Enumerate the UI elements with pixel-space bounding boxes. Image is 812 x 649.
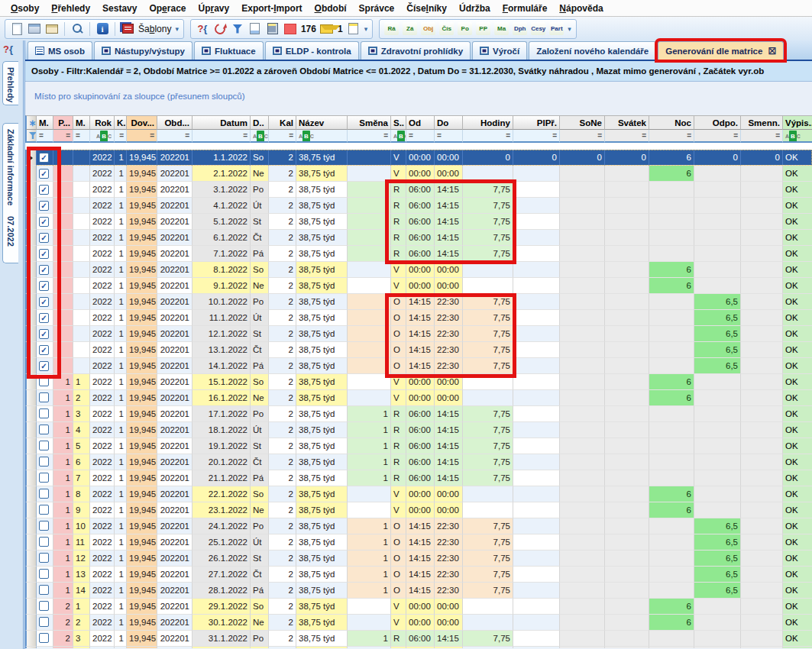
column-header-p[interactable]: P... (53, 115, 73, 130)
column-header-do[interactable]: Do (435, 115, 463, 130)
filter-cell-nazev[interactable]: ABC (296, 130, 348, 143)
cell-m[interactable]: ✓ (37, 214, 53, 230)
filter-cell-do[interactable] (435, 130, 463, 143)
cell-rowsel[interactable] (25, 438, 37, 454)
search-icon[interactable] (70, 22, 84, 36)
row-checkbox[interactable] (39, 457, 49, 467)
filter-cell-smenn[interactable] (741, 130, 783, 143)
cell-m[interactable]: ✓ (37, 150, 53, 166)
cell-m[interactable]: ✓ (37, 246, 53, 262)
filter-cell-k[interactable] (115, 130, 127, 143)
cell-rowsel[interactable] (25, 294, 37, 310)
column-header-sone[interactable]: SoNe (560, 115, 605, 130)
tab-eldp-kontrola[interactable]: ELDP - kontrola (265, 41, 359, 60)
cell-rowsel[interactable] (25, 422, 37, 438)
row-checkbox[interactable] (39, 569, 49, 579)
mail-icon[interactable] (320, 22, 334, 36)
cell-m[interactable]: ✓ (37, 342, 53, 358)
tab-ms-osob[interactable]: MS osob (27, 41, 92, 60)
table-row[interactable]: 192022119,94520220123.1.2022Ne238,75 týd… (25, 502, 812, 518)
cell-m[interactable] (37, 438, 53, 454)
row-checkbox-checked[interactable]: ✓ (39, 233, 49, 243)
cell-m[interactable]: ✓ (37, 358, 53, 374)
table-row[interactable]: 1102022119,94520220124.1.2022Po238,75 tý… (25, 518, 812, 534)
cell-rowsel[interactable] (25, 374, 37, 390)
cell-m[interactable] (37, 470, 53, 486)
sidebar-tab-zakladni-informace[interactable]: Základní informace 07.2022 (2, 123, 18, 263)
module-icon-rá[interactable]: Rá (384, 22, 399, 35)
column-header-k[interactable]: K.. (115, 115, 127, 130)
cell-rowsel[interactable] (25, 246, 37, 262)
column-header-m[interactable]: M. (37, 115, 53, 130)
column-header-rowsel[interactable]: ∗ (25, 115, 37, 130)
module-icon-čís[interactable]: Čís (439, 22, 454, 35)
cell-m[interactable]: ✓ (37, 182, 53, 198)
cell-rowsel[interactable] (25, 214, 37, 230)
cell-rowsel[interactable] (25, 326, 37, 342)
column-header-kal[interactable]: Kal (269, 115, 296, 130)
row-checkbox-checked[interactable]: ✓ (39, 201, 49, 211)
filter-cell-sone[interactable] (560, 130, 605, 143)
table-row[interactable]: ✓2022119,9452022012.1.2022Ne238,75 týdV0… (25, 166, 812, 182)
module-icon-cesy[interactable]: Cesy (531, 22, 545, 35)
table-row[interactable]: ✓2022119,9452022017.1.2022Pá238,75 týdR0… (25, 246, 812, 262)
filter-cell-kal[interactable] (269, 130, 296, 143)
tab-v-ro-[interactable]: Výročí (472, 41, 527, 60)
cell-m[interactable]: ✓ (37, 278, 53, 294)
row-checkbox-checked[interactable]: ✓ (39, 329, 49, 339)
cell-m[interactable]: ✓ (37, 166, 53, 182)
query-brace-icon[interactable]: ?{ (196, 22, 209, 36)
cell-rowsel[interactable] (25, 150, 37, 166)
cell-m[interactable]: ✓ (37, 310, 53, 326)
table-row[interactable]: 112022119,94520220115.1.2022So238,75 týd… (25, 374, 812, 390)
column-header-dov[interactable]: Dov... (127, 115, 157, 130)
card-index-icon[interactable] (45, 22, 59, 36)
table-row[interactable]: 232022119,94520220131.1.2022Po238,75 týd… (25, 631, 812, 647)
column-header-den[interactable]: D.. (251, 115, 269, 130)
cell-rowsel[interactable] (25, 182, 37, 198)
table-row[interactable]: ✓2022119,9452022013.1.2022Po238,75 týdR0… (25, 182, 812, 198)
cell-rowsel[interactable] (25, 599, 37, 615)
templates-icon[interactable] (121, 22, 134, 36)
query-brace-icon[interactable]: ?{ (3, 44, 13, 55)
cell-m[interactable] (37, 599, 53, 615)
menu-item-sestavy[interactable]: Sestavy (96, 2, 143, 15)
sidebar-tab-prehledy[interactable]: Přehledy (2, 61, 18, 105)
cell-m[interactable] (37, 534, 53, 551)
row-checkbox[interactable] (39, 585, 49, 595)
cell-m[interactable] (37, 583, 53, 599)
row-checkbox[interactable] (39, 425, 49, 434)
table-row[interactable]: 142022119,94520220118.1.2022Út238,75 týd… (25, 422, 812, 438)
table-row[interactable]: ✓2022119,9452022011.1.2022So238,75 týdV0… (25, 150, 812, 166)
row-checkbox[interactable] (39, 521, 49, 531)
cell-rowsel[interactable] (25, 390, 37, 406)
row-checkbox-checked[interactable]: ✓ (39, 153, 49, 163)
table-row[interactable]: ✓2022119,94520220114.1.2022Pá238,75 týdO… (25, 358, 812, 374)
cell-rowsel[interactable] (25, 583, 37, 599)
row-checkbox[interactable] (39, 473, 49, 483)
filter-cell-m[interactable] (37, 130, 53, 143)
cell-m[interactable] (37, 422, 53, 438)
table-row[interactable]: ✓2022119,9452022015.1.2022St238,75 týdR0… (25, 214, 812, 230)
row-checkbox[interactable] (39, 537, 49, 547)
cell-m[interactable] (37, 406, 53, 422)
cell-rowsel[interactable] (25, 551, 37, 567)
cell-rowsel[interactable] (25, 310, 37, 326)
table-row[interactable]: 1132022119,94520220127.1.2022Čt238,75 tý… (25, 567, 812, 583)
row-checkbox[interactable] (39, 489, 49, 499)
filter-cell-vypis[interactable]: ABC (783, 130, 812, 143)
column-header-hodiny[interactable]: Hodiny (463, 115, 513, 130)
row-checkbox-checked[interactable]: ✓ (39, 361, 49, 371)
new-document-icon[interactable] (10, 22, 24, 36)
tab-generov-n-dle-matrice[interactable]: Generování dle matrice☒ (658, 41, 784, 60)
table-row[interactable]: ✓2022119,9452022019.1.2022Ne238,75 týdV0… (25, 278, 812, 294)
menu-item-operace[interactable]: Operace (143, 2, 192, 15)
column-header-od[interactable]: Od (406, 115, 435, 130)
refresh-icon[interactable] (213, 22, 227, 36)
menu-item-osoby[interactable]: Osoby (5, 2, 45, 15)
column-header-smenn[interactable]: Smenn. (741, 115, 783, 130)
menu-item-sprvce[interactable]: Správce (353, 2, 401, 15)
cell-rowsel[interactable] (25, 278, 37, 294)
cell-m[interactable] (37, 454, 53, 470)
table-row[interactable]: 132022119,94520220117.1.2022Po238,75 týd… (25, 406, 812, 422)
